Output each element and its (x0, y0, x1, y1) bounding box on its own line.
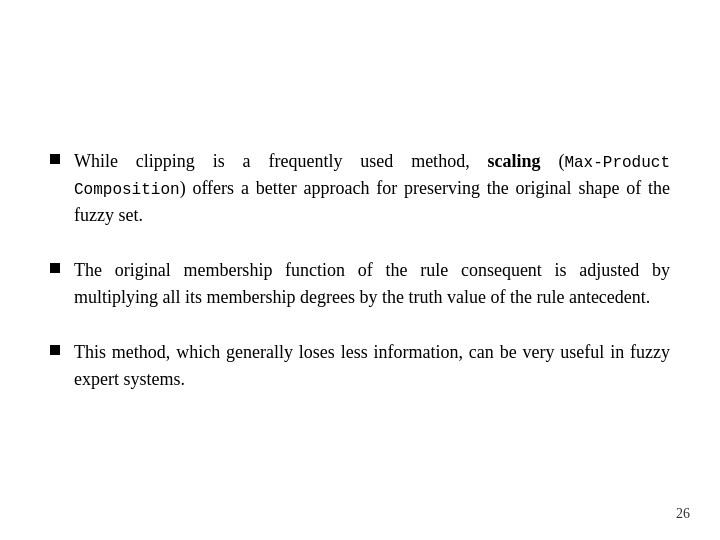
bullet-list: While clipping is a frequently used meth… (50, 148, 670, 393)
list-item: While clipping is a frequently used meth… (50, 148, 670, 229)
bullet-icon (50, 345, 60, 355)
bullet-text-3: This method, which generally loses less … (74, 339, 670, 393)
list-item: The original membership function of the … (50, 257, 670, 311)
bold-scaling: scaling (488, 151, 541, 171)
mono-composition: Max-Product Composition (74, 154, 670, 199)
bullet-text-2: The original membership function of the … (74, 257, 670, 311)
bullet-icon (50, 154, 60, 164)
list-item: This method, which generally loses less … (50, 339, 670, 393)
page-number: 26 (676, 506, 690, 522)
bullet-text-1: While clipping is a frequently used meth… (74, 148, 670, 229)
bullet-icon (50, 263, 60, 273)
